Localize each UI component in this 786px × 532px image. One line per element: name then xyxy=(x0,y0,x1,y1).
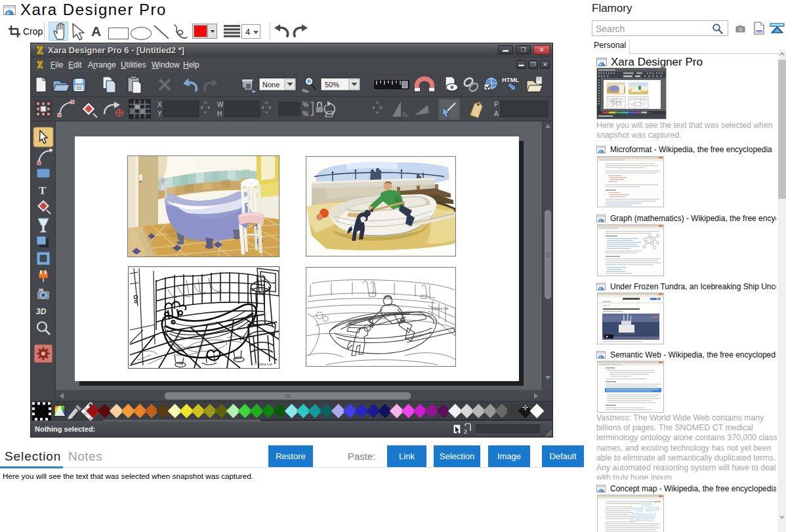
svg-text:None: None xyxy=(262,81,279,89)
svg-text:T: T xyxy=(39,184,47,197)
svg-text:%: % xyxy=(302,101,308,108)
svg-text:50%: 50% xyxy=(325,81,339,89)
svg-text:3D: 3D xyxy=(36,307,47,316)
svg-text:H: H xyxy=(217,110,222,117)
svg-text:P: P xyxy=(494,101,499,108)
svg-text:W: W xyxy=(217,101,224,108)
svg-text:%: % xyxy=(302,110,308,117)
svg-text:X: X xyxy=(157,101,162,108)
svg-text:© Xara Ltd: © Xara Ltd xyxy=(255,362,272,366)
svg-text:HTML: HTML xyxy=(502,76,520,83)
svg-text:Y: Y xyxy=(157,110,162,117)
svg-text:A: A xyxy=(494,110,499,117)
svg-text:2: 2 xyxy=(464,428,467,435)
svg-text:© Xara Ltd: © Xara Ltd xyxy=(431,306,448,310)
